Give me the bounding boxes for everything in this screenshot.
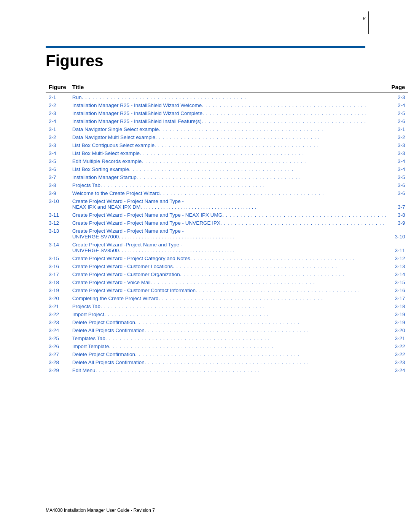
title-text: Projects Tab [72,182,100,188]
cell-page: 3-20 [389,326,408,334]
table-header-row: Figure Title Page [46,81,408,93]
cell-page: 3-2 [389,133,408,141]
title-text: Delete Project Confirmation [72,320,135,325]
title-text: Create Project Wizard - Customer Contact… [72,288,196,293]
cell-page: 2-4 [389,101,408,109]
col-header-title: Title [69,81,389,93]
dots-fill: . . . . . . . . . . . . . . . . . . . . … [109,343,387,349]
dots-fill: . . . . . . . . . . . . . . . . . . . . … [155,142,387,148]
table-row: 3-5Edit Multiple Records example . . . .… [46,157,408,165]
cell-figure: 3-4 [46,149,69,157]
title-text: Delete All Projects Confirmation [72,328,145,333]
table-row: 3-8Projects Tab . . . . . . . . . . . . … [46,181,408,189]
table-row: 3-23Delete Project Confirmation . . . . … [46,318,408,326]
page-container: v Figures Figure Title Page 2-1Run . . .… [0,0,411,532]
cell-figure: 3-5 [46,157,69,165]
cell-title: Import Template . . . . . . . . . . . . … [69,342,389,350]
table-row: 3-29Edit Menu . . . . . . . . . . . . . … [46,366,408,374]
cell-title: Edit Menu . . . . . . . . . . . . . . . … [69,366,389,374]
title-text: Import Project [72,312,104,317]
title-text: Data Navigator Single Select example [72,126,159,132]
cell-figure: 2-4 [46,117,69,125]
cell-figure: 3-14 [46,241,69,254]
cell-page: 3-4 [389,157,408,165]
cell-page: 3-6 [389,181,408,189]
cell-title: Templates Tab . . . . . . . . . . . . . … [69,334,389,342]
title-text: Create Project Wizard - Project Name and… [72,212,222,218]
dots-fill: . . . . . . . . . . . . . . . . . . . . … [100,304,387,309]
cell-page: 3-22 [389,342,408,350]
dots-fill: . . . . . . . . . . . . . . . . . . . . … [159,190,387,196]
cell-title: Delete Project Confirmation . . . . . . … [69,350,389,358]
cell-figure: 3-16 [46,262,69,270]
table-row: 3-7Installation Manager Startup . . . . … [46,173,408,181]
cell-page: 3-6 [389,189,408,197]
cell-title: Create Project Wizard - Project Name and… [69,211,389,219]
title-text: Create Project Wizard - Project Name and… [72,220,220,226]
cell-page: 3-1 [389,125,408,133]
table-row: 3-13Create Project Wizard - Project Name… [46,227,408,241]
dots-fill: . . . . . . . . . . . . . . . . . . . . … [158,296,387,301]
cell-title: Create Project Wizard - Customer Organiz… [69,270,389,278]
cell-figure: 3-24 [46,326,69,334]
title-text: Create Project Wizard - Project Category… [72,256,190,261]
title-text: Edit Multiple Records example [72,158,142,164]
cell-figure: 3-28 [46,358,69,366]
cell-figure: 3-20 [46,294,69,302]
cell-page: 3-19 [389,310,408,318]
dots-fill: . . . . . . . . . . . . . . . . . . . . … [82,94,387,100]
cell-figure: 3-29 [46,366,69,374]
cell-figure: 3-10 [46,197,69,211]
table-row: 3-4List Box Multi-Select example . . . .… [46,149,408,157]
title-text: Installation Manager R25 - InstallShield… [72,118,202,124]
table-row: 3-21Projects Tab . . . . . . . . . . . .… [46,302,408,310]
table-row: 3-16Create Project Wizard - Customer Loc… [46,262,408,270]
table-row: 2-3Installation Manager R25 - InstallShi… [46,109,408,117]
cell-title: Create Project Wizard - Voice Mail . . .… [69,278,389,286]
dots-fill: . . . . . . . . . . . . . . . . . . . . … [159,126,387,132]
dots-fill: . . . . . . . . . . . . . . . . . . . . … [202,102,387,108]
dots-fill: . . . . . . . . . . . . . . . . . . . . … [145,359,387,365]
cell-figure: 2-2 [46,101,69,109]
title-text: Import Template [72,343,109,349]
cell-figure: 3-13 [46,227,69,241]
cell-figure: 3-11 [46,211,69,219]
table-row: 3-14Create Project Wizard -Project Name … [46,241,408,254]
title-text: Delete Project Confirmation [72,351,135,357]
cell-page: 3-19 [389,318,408,326]
cell-figure: 3-18 [46,278,69,286]
table-row: 3-24Delete All Projects Confirmation . .… [46,326,408,334]
title-text: Installation Manager R25 - InstallShield… [72,102,202,108]
cell-page: 3-3 [389,149,408,157]
title-text: Create Project Wizard - Customer Organiz… [72,272,180,277]
cell-figure: 3-27 [46,350,69,358]
cell-page: 3-16 [389,286,408,294]
table-row: 3-20Completing the Create Project Wizard… [46,294,408,302]
table-row: 3-12Create Project Wizard - Project Name… [46,219,408,227]
dots-fill: . . . . . . . . . . . . . . . . . . . . … [140,150,387,156]
dots-fill: . . . . . . . . . . . . . . . . . . . . … [105,335,387,341]
table-row: 3-28Delete All Projects Confirmation . .… [46,358,408,366]
cell-figure: 3-1 [46,125,69,133]
cell-page: 3-22 [389,350,408,358]
cell-title: Installation Manager R25 - InstallShield… [69,117,389,125]
table-row: 3-10Create Project Wizard - Project Name… [46,197,408,211]
cell-title: Create Project Wizard - Project Name and… [69,227,389,241]
title-text: Projects Tab [72,304,100,309]
cell-figure: 3-9 [46,189,69,197]
title-text: Templates Tab [72,335,105,341]
dots-fill: . . . . . . . . . . . . . . . . . . . . … [220,220,387,226]
figures-table: Figure Title Page 2-1Run . . . . . . . .… [46,81,408,374]
table-row: 3-22Import Project . . . . . . . . . . .… [46,310,408,318]
title-text: List Box Sorting example [72,166,129,172]
cell-title: Installation Manager Startup . . . . . .… [69,173,389,181]
dots-fill: . . . . . . . . . . . . . . . . . . . . … [150,280,387,285]
cell-page: 3-14 [389,270,408,278]
table-row: 3-26Import Template . . . . . . . . . . … [46,342,408,350]
cell-page: 3-24 [389,366,408,374]
cell-figure: 3-2 [46,133,69,141]
cell-page: 3-15 [389,278,408,286]
title-text: Create Project Wizard - Customer Locatio… [72,264,173,269]
cell-page: 3-5 [389,173,408,181]
title-text: Data Navigator Multi Select example [72,134,155,140]
